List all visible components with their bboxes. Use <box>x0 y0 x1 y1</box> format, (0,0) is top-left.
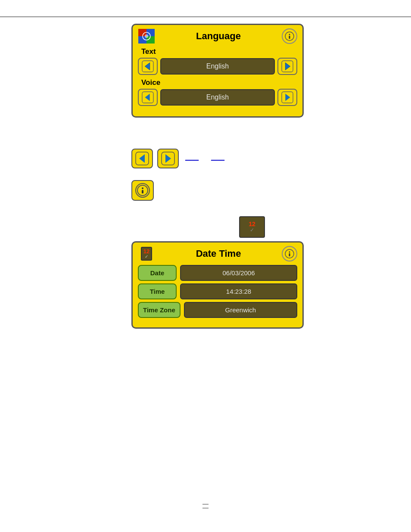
timezone-label-button[interactable]: Time Zone <box>138 302 181 318</box>
text-prev-button[interactable] <box>138 58 158 75</box>
text-selector-row: English <box>138 58 297 75</box>
datetime-header-icon: 12 ✓ <box>138 246 155 261</box>
datetime-icon-number: 12 <box>249 221 255 227</box>
standalone-arrows-area <box>131 149 179 168</box>
timezone-value: Greenwich <box>184 302 297 318</box>
svg-rect-8 <box>289 36 290 39</box>
datetime-panel-header: 12 ✓ Date Time <box>138 246 297 261</box>
date-value: 06/03/2006 <box>180 265 297 281</box>
standalone-info-button[interactable] <box>131 180 154 201</box>
top-separator <box>0 16 411 17</box>
datetime-icon-bird: ✓ <box>250 227 254 233</box>
page-number: — <box>202 500 209 508</box>
date-label-button[interactable]: Date <box>138 265 177 281</box>
language-panel: Language Text English <box>131 24 304 118</box>
time-row: Time 14:23:28 <box>138 283 297 299</box>
timezone-row: Time Zone Greenwich <box>138 302 297 318</box>
info-circle-icon <box>135 183 150 198</box>
text-next-button[interactable] <box>277 58 297 75</box>
datetime-panel: 12 ✓ Date Time Date 06/03/2006 Time 14:2… <box>131 241 304 329</box>
flag-icon <box>138 28 155 44</box>
time-value: 14:23:28 <box>180 283 297 299</box>
datetime-info-button[interactable] <box>282 246 297 261</box>
link-text-2[interactable]: ____ <box>211 154 224 161</box>
svg-point-24 <box>142 187 143 189</box>
text-section-label: Text <box>141 47 297 56</box>
svg-point-27 <box>289 252 290 253</box>
panel-header: Language <box>138 28 297 44</box>
voice-section-label: Voice <box>141 78 297 87</box>
svg-point-7 <box>289 34 290 35</box>
voice-next-button[interactable] <box>277 89 297 106</box>
svg-point-5 <box>145 34 148 38</box>
voice-prev-button[interactable] <box>138 89 158 106</box>
standalone-next-button[interactable] <box>157 149 179 168</box>
standalone-prev-button[interactable] <box>131 149 153 168</box>
time-label-button[interactable]: Time <box>138 283 177 299</box>
link-text-1[interactable]: ____ <box>185 154 199 161</box>
svg-rect-25 <box>142 190 143 193</box>
text-value: English <box>160 58 275 75</box>
language-info-button[interactable] <box>282 28 297 44</box>
svg-rect-28 <box>289 253 290 256</box>
datetime-panel-title: Date Time <box>155 248 282 259</box>
datetime-small-icon: 12 ✓ <box>239 216 265 238</box>
date-row: Date 06/03/2006 <box>138 265 297 281</box>
voice-selector-row: English <box>138 89 297 106</box>
voice-value: English <box>160 89 275 106</box>
language-panel-title: Language <box>155 31 282 42</box>
datetime-mini-display: 12 ✓ <box>247 220 257 234</box>
